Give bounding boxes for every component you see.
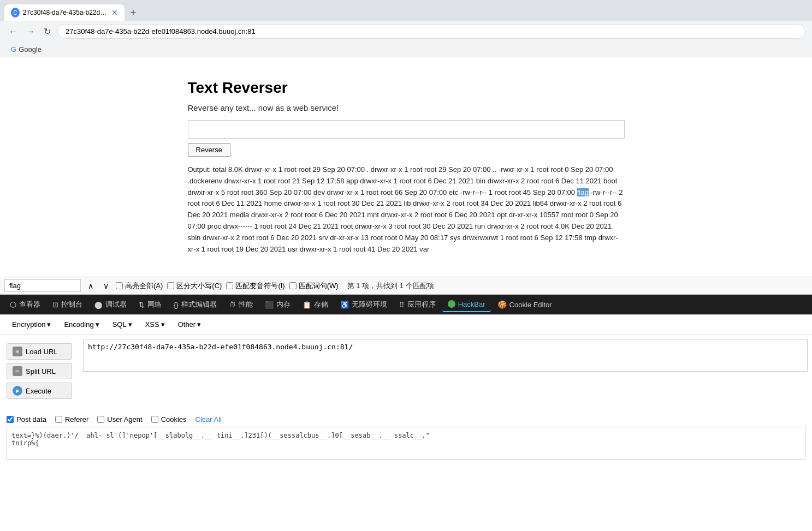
post-data-checkbox[interactable] bbox=[7, 416, 14, 423]
post-data-option[interactable]: Post data bbox=[7, 415, 46, 423]
devtools-storage-btn[interactable]: 📋 存储 bbox=[297, 297, 334, 312]
debugger-icon: ⬤ bbox=[94, 301, 103, 309]
encryption-chevron-icon: ▾ bbox=[47, 320, 51, 329]
devtools-debugger-btn[interactable]: ⬤ 调试器 bbox=[89, 297, 132, 312]
other-menu-btn[interactable]: Other ▾ bbox=[173, 318, 207, 331]
user-agent-option[interactable]: User Agent bbox=[97, 415, 142, 423]
storage-icon: 📋 bbox=[303, 301, 311, 309]
console-icon: ⊡ bbox=[52, 301, 58, 309]
forward-button[interactable]: → bbox=[24, 25, 37, 39]
phonetic-checkbox[interactable] bbox=[226, 282, 233, 289]
active-tab[interactable]: C 27c30f48-da7e-435a-b22d-efe0... ✕ bbox=[4, 4, 125, 21]
hackbar-menu: Encryption ▾ Encoding ▾ SQL ▾ XSS ▾ Othe… bbox=[0, 315, 812, 335]
xss-menu-btn[interactable]: XSS ▾ bbox=[140, 318, 170, 331]
output-highlight: flag bbox=[577, 188, 589, 196]
hackbar-tab-btn[interactable]: HackBar bbox=[442, 297, 491, 312]
split-url-button[interactable]: ✂ Split URL bbox=[7, 363, 72, 379]
cookies-option[interactable]: Cookies bbox=[151, 415, 187, 423]
content-wrapper: Text Reverser Reverse any text... now as… bbox=[188, 79, 625, 255]
page-title: Text Reverser bbox=[188, 79, 625, 97]
referer-checkbox[interactable] bbox=[55, 416, 62, 423]
encryption-menu-btn[interactable]: Encryption ▾ bbox=[7, 318, 56, 331]
hackbar-dot-icon bbox=[448, 300, 455, 308]
url-textarea[interactable]: http://27c30f48-da7e-435a-b22d-efe01f084… bbox=[83, 339, 808, 372]
cookies-checkbox[interactable] bbox=[151, 416, 158, 423]
cookies-label: Cookies bbox=[161, 415, 187, 423]
devtools-console-btn[interactable]: ⊡ 控制台 bbox=[47, 297, 88, 312]
page-subtitle: Reverse any text... now as a web service… bbox=[188, 103, 625, 112]
text-input[interactable] bbox=[188, 120, 625, 139]
devtools-inspector-btn[interactable]: ⬡ 查看器 bbox=[4, 297, 46, 312]
load-url-button[interactable]: ⊞ Load URL bbox=[7, 343, 72, 360]
devtools-memory-btn[interactable]: ⬛ 内存 bbox=[259, 297, 296, 312]
encoding-label: Encoding bbox=[64, 320, 93, 329]
hackbar-url-section: ⊞ Load URL ✂ Split URL ▶ Execute http://… bbox=[0, 335, 812, 408]
inspector-icon: ⬡ bbox=[10, 300, 16, 309]
user-agent-checkbox[interactable] bbox=[97, 416, 104, 423]
xss-label: XSS bbox=[145, 320, 159, 329]
devtools-application-btn[interactable]: ⠿ 应用程序 bbox=[394, 297, 441, 312]
phrase-label: 匹配词句(W) bbox=[299, 281, 339, 291]
post-data-content: text=}%)(daer.)'/ ahl- sl'(]'nepop'[__sl… bbox=[11, 432, 430, 447]
hackbar-bottom: Post data Referer User Agent Cookies Cle… bbox=[0, 408, 812, 464]
back-button[interactable]: ← bbox=[7, 25, 20, 39]
find-bar: ∧ ∨ 高亮全部(A) 区分大小写(C) 匹配变音符号(I) 匹配词句(W) 第… bbox=[0, 277, 812, 295]
execute-icon: ▶ bbox=[13, 386, 22, 396]
performance-icon: ⏱ bbox=[229, 301, 236, 309]
memory-icon: ⬛ bbox=[265, 301, 274, 309]
tab-close-btn[interactable]: ✕ bbox=[111, 8, 118, 17]
phrase-checkbox[interactable] bbox=[289, 282, 297, 289]
execute-button[interactable]: ▶ Execute bbox=[7, 383, 72, 399]
split-url-label: Split URL bbox=[26, 367, 56, 375]
address-input[interactable] bbox=[57, 24, 805, 39]
devtools-bar: ⬡ 查看器 ⊡ 控制台 ⬤ 调试器 ⇅ 网络 {} 样式编辑器 ⏱ 性能 ⬛ 内… bbox=[0, 295, 812, 314]
referer-option[interactable]: Referer bbox=[55, 415, 88, 423]
reverse-button[interactable]: Reverse bbox=[188, 143, 230, 157]
browser-chrome: C 27c30f48-da7e-435a-b22d-efe0... ✕ + ← … bbox=[0, 0, 812, 57]
fullmatch-checkbox-group[interactable]: 高亮全部(A) bbox=[116, 281, 163, 291]
phonetic-label: 匹配变音符号(I) bbox=[235, 281, 285, 291]
style-editor-icon: {} bbox=[174, 301, 179, 309]
find-next-button[interactable]: ∨ bbox=[100, 281, 111, 291]
tab-bar: C 27c30f48-da7e-435a-b22d-efe0... ✕ + bbox=[0, 0, 812, 21]
hackbar-sidebar: ⊞ Load URL ✂ Split URL ▶ Execute bbox=[0, 339, 79, 403]
phonetic-checkbox-group[interactable]: 匹配变音符号(I) bbox=[226, 281, 285, 291]
post-data-textarea: text=}%)(daer.)'/ ahl- sl'(]'nepop'[__sl… bbox=[7, 427, 805, 460]
fullmatch-label: 高亮全部(A) bbox=[125, 281, 163, 291]
google-icon: G bbox=[11, 45, 16, 53]
output-after: -rw-r--r-- 2 root root 6 Dec 11 2021 hom… bbox=[188, 188, 623, 253]
fullmatch-checkbox[interactable] bbox=[116, 282, 123, 289]
other-chevron-icon: ▾ bbox=[197, 320, 201, 329]
sql-label: SQL bbox=[112, 320, 127, 329]
output-area: Output: total 8.0K drwxr-xr-x 1 root roo… bbox=[188, 164, 625, 255]
case-checkbox-group[interactable]: 区分大小写(C) bbox=[167, 281, 222, 291]
sql-chevron-icon: ▾ bbox=[128, 320, 132, 329]
cookie-editor-btn[interactable]: 🍪 Cookie Editor bbox=[492, 297, 558, 312]
xss-chevron-icon: ▾ bbox=[161, 320, 165, 329]
encoding-menu-btn[interactable]: Encoding ▾ bbox=[58, 318, 104, 331]
cookie-icon: 🍪 bbox=[497, 300, 507, 309]
find-prev-button[interactable]: ∧ bbox=[85, 281, 96, 291]
new-tab-button[interactable]: + bbox=[127, 6, 140, 19]
find-result: 第 1 项，共找到 1 个匹配项 bbox=[347, 281, 434, 291]
devtools-style-editor-btn[interactable]: {} 样式编辑器 bbox=[168, 297, 222, 312]
encryption-label: Encryption bbox=[12, 320, 45, 329]
sql-menu-btn[interactable]: SQL ▾ bbox=[107, 318, 138, 331]
address-bar: ← → ↻ bbox=[0, 21, 812, 42]
hackbar-panel: Encryption ▾ Encoding ▾ SQL ▾ XSS ▾ Othe… bbox=[0, 314, 812, 464]
hackbar-url-area: http://27c30f48-da7e-435a-b22d-efe01f084… bbox=[79, 339, 812, 403]
devtools-performance-btn[interactable]: ⏱ 性能 bbox=[223, 297, 258, 312]
devtools-accessibility-btn[interactable]: ♿ 无障碍环境 bbox=[335, 297, 393, 312]
reload-button[interactable]: ↻ bbox=[42, 24, 53, 39]
network-icon: ⇅ bbox=[139, 301, 145, 309]
clear-all-button[interactable]: Clear All bbox=[195, 415, 222, 423]
tab-title: 27c30f48-da7e-435a-b22d-efe0... bbox=[23, 9, 108, 16]
case-checkbox[interactable] bbox=[167, 282, 174, 289]
phrase-checkbox-group[interactable]: 匹配词句(W) bbox=[289, 281, 339, 291]
execute-label: Execute bbox=[26, 387, 51, 395]
find-input[interactable] bbox=[4, 279, 81, 292]
bookmark-google[interactable]: G Google bbox=[7, 44, 46, 55]
bookmark-label: Google bbox=[19, 45, 42, 53]
devtools-network-btn[interactable]: ⇅ 网络 bbox=[133, 297, 167, 312]
hackbar-options-bar: Post data Referer User Agent Cookies Cle… bbox=[7, 412, 805, 427]
